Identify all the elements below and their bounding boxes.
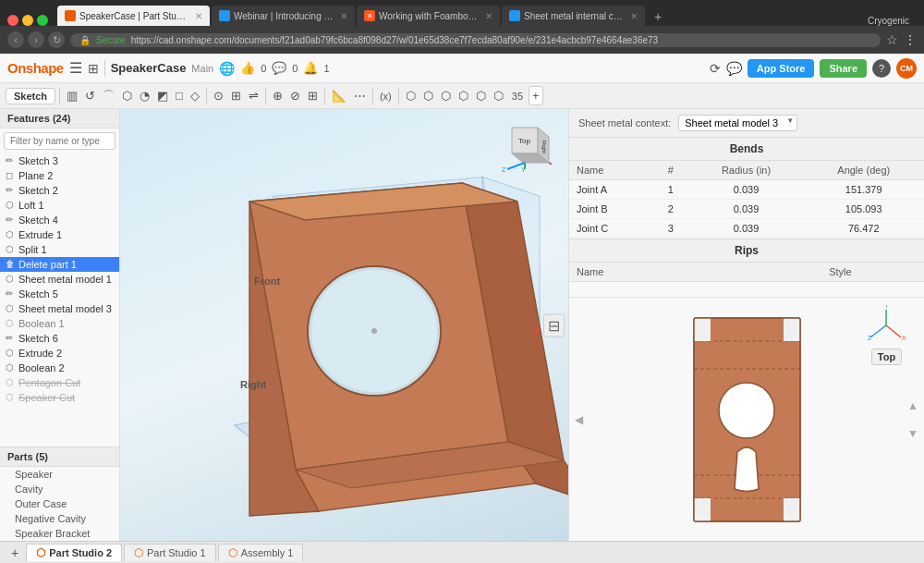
sketch-button[interactable]: Sketch [6,88,55,104]
rips-table: Name Style [569,263,924,297]
feature-item-sketch5[interactable]: ✏ Sketch 5 [0,287,119,301]
svg-text:Right: Right [541,141,547,153]
zoom-add-icon[interactable]: + [529,86,543,105]
sheet-metal-icon[interactable]: ⬡ [403,87,419,104]
feature-item-extrude2[interactable]: ⬡ Extrude 2 [0,346,119,361]
tab-3[interactable]: ✕ Working with Foamboard - C... ✕ [357,6,500,26]
hamburger-menu-icon[interactable]: ☰ [69,59,82,77]
feature-item-sketch4[interactable]: ✏ Sketch 4 [0,213,119,227]
back-button[interactable]: ‹ [7,31,24,48]
maximize-window-btn[interactable] [37,15,48,26]
preview-nav-down[interactable]: ▼ [907,427,918,440]
tab-4[interactable]: Sheet metal internal corner fl... ✕ [502,6,645,26]
app-store-button[interactable]: App Store [748,59,815,78]
sheet-metal-icon-6[interactable]: ⬡ [491,87,506,104]
grid-icon[interactable]: ⊞ [88,61,99,76]
url-bar[interactable]: 🔒 Secure https://cad.onshape.com/documen… [70,33,881,47]
tab-4-close[interactable]: ✕ [630,11,638,21]
parts-item-negativecavity[interactable]: Negative Cavity [0,511,119,526]
split-icon[interactable]: ⊘ [287,87,303,104]
revolve-icon[interactable]: ↺ [82,87,98,104]
boolean1-icon: ⬡ [6,318,14,328]
add-studio-button[interactable]: + [6,544,24,562]
bookmark-icon[interactable]: ☆ [886,32,898,47]
minimize-window-btn[interactable] [22,15,33,26]
deletepart1-icon: 🗑 [6,259,15,269]
forward-button[interactable]: › [28,31,44,48]
menu-icon[interactable]: ⋮ [904,32,917,47]
sheet-metal-preview-svg [675,313,819,526]
parts-item-cavity[interactable]: Cavity [0,482,119,496]
extrude-icon[interactable]: ▥ [64,87,80,104]
follow-icon[interactable]: 🔔 [303,61,318,75]
bottom-tab-partstudio1[interactable]: ⬡ Part Studio 1 [124,544,216,561]
feature-item-speakercut[interactable]: ⬡ Speaker Cut [0,390,119,405]
shell-icon[interactable]: □ [173,87,186,104]
sweep-icon[interactable]: ⌒ [100,86,117,106]
sketch5-icon: ✏ [6,288,13,299]
sheet-metal-icon-5[interactable]: ⬡ [473,87,489,104]
sheet-metal-model-select-wrapper: Sheet metal model 3 ▼ [678,115,797,131]
feature-item-boolean2[interactable]: ⬡ Boolean 2 [0,361,119,375]
chat-icon[interactable]: 💬 [726,61,742,76]
help-button[interactable]: ? [872,59,891,78]
sheet-metal-icon-4[interactable]: ⬡ [456,87,471,104]
feature-item-split1[interactable]: ⬡ Split 1 [0,242,119,257]
fillet-icon[interactable]: ◔ [137,87,152,104]
chamfer-icon[interactable]: ◩ [154,87,171,104]
preview-nav-up[interactable]: ▲ [907,399,918,412]
feature-item-sheetmetal3[interactable]: ⬡ Sheet metal model 3 [0,301,119,316]
boolean-icon[interactable]: ⊕ [270,87,286,104]
user-avatar[interactable]: CM [896,58,917,79]
sheet-metal-icon-2[interactable]: ⬡ [420,87,436,104]
measure-icon[interactable]: 📐 [329,87,349,104]
draft-icon[interactable]: ◇ [188,87,202,104]
feature-item-pentagoncut[interactable]: ⬡ Pentagon Cut [0,375,119,390]
variable-icon[interactable]: (x) [377,89,395,104]
share-button[interactable]: Share [820,59,867,78]
comment-icon[interactable]: 💬 [272,61,286,75]
feature-item-sketch2[interactable]: ✏ Sketch 2 [0,183,119,198]
close-window-btn[interactable] [7,15,18,26]
like-icon[interactable]: 👍 [240,61,255,75]
feature-item-boolean1[interactable]: ⬡ Boolean 1 [0,316,119,331]
pattern-icon[interactable]: ⊞ [228,87,244,104]
tab-2[interactable]: Webinar | Introducing Onsh... ✕ [212,6,355,26]
parts-item-speaker[interactable]: Speaker [0,467,119,482]
loft-icon[interactable]: ⬡ [119,87,135,104]
feature-item-sketch3[interactable]: ✏ Sketch 3 [0,153,119,168]
transform-icon[interactable]: ⊞ [305,87,321,104]
tab-1-close[interactable]: ✕ [195,11,202,21]
more-tools-icon[interactable]: ⋯ [351,87,369,104]
mirror-icon[interactable]: ⇌ [246,87,261,104]
preview-nav-left[interactable]: ◀ [575,413,583,426]
tab-1[interactable]: SpeakerCase | Part Studio 2 ✕ [57,6,210,26]
feature-item-sheetmetal1[interactable]: ⬡ Sheet metal model 1 [0,272,119,287]
sheet-metal-icon-3[interactable]: ⬡ [438,87,454,104]
feature-item-deletepart1[interactable]: 🗑 Delete part 1 [0,257,119,272]
viewport-sidebar-icon[interactable]: ⊟ [543,313,565,337]
tab-3-close[interactable]: ✕ [485,11,492,21]
new-tab-button[interactable]: + [647,7,669,26]
feature-item-extrude1[interactable]: ⬡ Extrude 1 [0,227,119,242]
refresh-button[interactable]: ↻ [48,31,65,48]
feature-search-input[interactable] [4,132,116,150]
assembly1-label: Assembly 1 [241,547,294,558]
bottom-tab-partstudio2[interactable]: ⬡ Part Studio 2 [26,544,122,561]
hole-icon[interactable]: ⊙ [211,87,226,104]
tab-2-close[interactable]: ✕ [340,11,347,21]
bends-row3-name: Joint C [569,219,652,239]
feature-item-sketch6[interactable]: ✏ Sketch 6 [0,331,119,346]
viewport[interactable]: Front Right ✕ Top Right Y Z ⊟ [120,109,568,541]
parts-item-outercase[interactable]: Outer Case [0,496,119,511]
bottom-tab-assembly1[interactable]: ⬡ Assembly 1 [218,544,304,561]
feature-item-plane2[interactable]: ◻ Plane 2 [0,168,119,183]
bends-row1-num: 1 [652,180,689,200]
axes-cube[interactable]: Top Right Y Z [498,118,552,172]
onshape-logo[interactable]: Onshape [7,60,64,76]
parts-item-speakerbracket[interactable]: Speaker Bracket [0,526,119,541]
feature-item-loft1[interactable]: ⬡ Loft 1 [0,198,119,213]
sheet-metal-model-select[interactable]: Sheet metal model 3 [678,115,797,131]
sync-icon[interactable]: ⟳ [710,61,721,76]
globe-icon[interactable]: 🌐 [219,61,235,76]
